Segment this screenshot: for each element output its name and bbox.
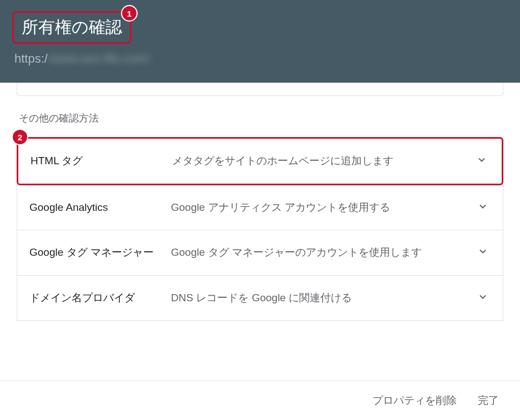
option-description: DNS レコードを Google に関連付ける [171,290,477,306]
url-subtitle: https://www.seo-life.com/ [14,52,503,66]
url-prefix: https:/ [14,52,48,65]
option-description: Google アナリティクス アカウントを使用する [171,200,477,216]
verification-option[interactable]: HTML タグメタタグをサイトのホームページに追加します2 [17,137,503,185]
chevron-down-icon [477,291,491,305]
option-title: Google タグ マネージャー [29,245,171,260]
option-description: Google タグ マネージャーのアカウントを使用します [171,245,477,261]
option-title: Google Analytics [29,201,171,214]
title-highlight-box: 所有権の確認 1 [12,11,132,44]
option-title: ドメイン名プロバイダ [29,291,171,305]
url-blurred: /www.seo-life.com/ [48,52,149,65]
option-description: メタタグをサイトのホームページに追加します [172,153,476,169]
annotation-badge-1: 1 [121,5,138,22]
verification-option[interactable]: ドメイン名プロバイダDNS レコードを Google に関連付ける [17,276,503,321]
content: その他の確認方法 HTML タグメタタグをサイトのホームページに追加します2Go… [0,82,520,321]
chevron-down-icon [477,201,491,214]
delete-property-button[interactable]: プロパティを削除 [372,393,457,408]
chevron-down-icon [477,246,491,259]
chevron-down-icon [476,154,489,168]
top-panel-edge [17,82,503,96]
verification-option[interactable]: Google タグ マネージャーGoogle タグ マネージャーのアカウントを使… [17,230,503,276]
verification-options: HTML タグメタタグをサイトのホームページに追加します2Google Anal… [17,137,503,321]
verification-option[interactable]: Google AnalyticsGoogle アナリティクス アカウントを使用す… [17,185,503,231]
option-title: HTML タグ [31,154,172,168]
annotation-badge-2: 2 [12,129,28,145]
done-button[interactable]: 完了 [478,393,499,408]
header: 所有権の確認 1 https://www.seo-life.com/ [0,0,520,83]
footer: プロパティを削除 完了 [0,381,520,420]
section-label: その他の確認方法 [19,112,503,125]
page-title: 所有権の確認 [22,18,122,36]
